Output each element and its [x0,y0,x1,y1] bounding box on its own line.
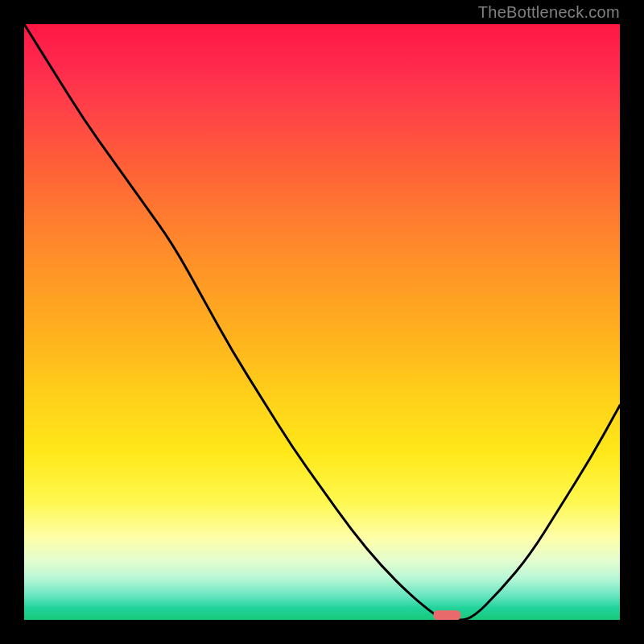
attribution-label: TheBottleneck.com [478,3,620,22]
optimal-point-marker [433,610,460,620]
chart-stage: TheBottleneck.com [0,0,644,644]
curve-layer [24,24,620,620]
bottleneck-curve [24,24,620,620]
plot-area [24,24,620,620]
